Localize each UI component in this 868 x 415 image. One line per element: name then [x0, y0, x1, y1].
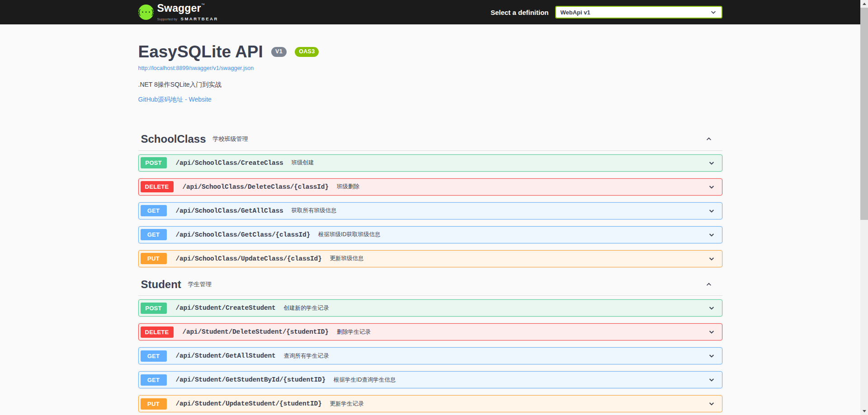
endpoint-summary: 删除学生记录: [337, 328, 371, 336]
endpoint-path: /api/Student/UpdateStudent/{studentID}: [176, 400, 322, 407]
swagger-logo[interactable]: {···} Swagger™ Supported by SMARTBEAR: [138, 3, 218, 22]
scrollbar-down-button[interactable]: [860, 407, 868, 415]
endpoint-path: /api/Student/CreateStudent: [176, 304, 276, 312]
endpoint-summary: 创建新的学生记录: [284, 304, 329, 312]
logo-title: Swagger: [157, 2, 201, 14]
http-method-badge: POST: [141, 303, 167, 314]
smartbear-brand: SMARTBEAR: [181, 16, 218, 21]
tag-name: Student: [141, 278, 181, 291]
swagger-logo-icon: {···}: [138, 5, 154, 20]
endpoint-path: /api/SchoolClass/CreateClass: [176, 159, 283, 167]
chevron-up-icon: [705, 281, 712, 288]
endpoint-summary: 查询所有学生记录: [284, 352, 329, 360]
external-links: GitHub源码地址 - Website: [138, 96, 722, 104]
links-separator: -: [183, 96, 189, 103]
website-link[interactable]: Website: [189, 96, 212, 103]
chevron-down-icon: [708, 255, 715, 262]
api-description: .NET 8操作SQLite入门到实战: [138, 81, 722, 89]
endpoint-summary: 更新班级信息: [330, 255, 364, 262]
http-method-badge: PUT: [141, 253, 167, 264]
chevron-down-icon: [708, 400, 715, 407]
endpoint-summary: 获取所有班级信息: [292, 207, 337, 214]
http-method-badge: GET: [141, 374, 167, 386]
endpoint-summary: 班级删除: [337, 183, 359, 191]
endpoint-summary: 更新学生记录: [330, 400, 364, 408]
tag-header[interactable]: SchoolClass 学校班级管理: [138, 133, 722, 151]
api-tag-section: Student 学生管理 POST /api/Student/CreateStu…: [138, 278, 722, 413]
chevron-down-icon: [708, 159, 715, 167]
main-content: EasySQLite API V1 OAS3 http://localhost:…: [138, 24, 722, 412]
trademark-symbol: ™: [201, 3, 205, 7]
tag-description: 学校班级管理: [213, 135, 248, 143]
selected-definition-value: WebApi v1: [561, 9, 590, 16]
endpoint-row[interactable]: GET /api/SchoolClass/GetClass/{classId} …: [138, 226, 722, 243]
http-method-badge: GET: [141, 229, 167, 240]
endpoint-row[interactable]: POST /api/Student/CreateStudent 创建新的学生记录: [138, 299, 722, 317]
chevron-down-icon: [708, 352, 715, 359]
supported-by-label: Supported by: [157, 17, 178, 21]
endpoint-list: POST /api/SchoolClass/CreateClass 班级创建 D…: [138, 151, 722, 267]
http-method-badge: DELETE: [141, 181, 174, 192]
chevron-down-icon: [708, 328, 715, 336]
endpoint-row[interactable]: GET /api/Student/GetAllStudent 查询所有学生记录: [138, 347, 722, 364]
endpoint-row[interactable]: PUT /api/Student/UpdateStudent/{studentI…: [138, 395, 722, 412]
chevron-down-icon: [708, 207, 715, 214]
definition-select[interactable]: WebApi v1: [555, 6, 722, 19]
scroll-down-icon: [863, 410, 866, 412]
http-method-badge: GET: [141, 205, 167, 216]
endpoint-row[interactable]: DELETE /api/Student/DeleteStudent/{stude…: [138, 323, 722, 340]
api-title-text: EasySQLite API: [138, 42, 263, 61]
chevron-down-icon: [710, 9, 717, 16]
endpoint-path: /api/Student/DeleteStudent/{studentID}: [183, 328, 329, 336]
endpoint-summary: 根据学生ID查询学生信息: [334, 376, 396, 384]
chevron-down-icon: [708, 376, 715, 383]
endpoint-path: /api/Student/GetStudentById/{studentID}: [176, 376, 326, 383]
endpoint-summary: 根据班级ID获取班级信息: [318, 231, 381, 238]
topbar: {···} Swagger™ Supported by SMARTBEAR Se…: [0, 0, 860, 24]
github-link[interactable]: GitHub源码地址: [138, 96, 184, 103]
endpoint-path: /api/Student/GetAllStudent: [176, 352, 276, 359]
oas3-badge: OAS3: [295, 47, 319, 57]
endpoint-path: /api/SchoolClass/UpdateClass/{classId}: [176, 255, 322, 262]
chevron-down-icon: [708, 304, 715, 312]
chevron-up-icon: [705, 135, 712, 143]
api-sections: SchoolClass 学校班级管理 POST /api/SchoolClass…: [138, 133, 722, 413]
endpoint-path: /api/SchoolClass/GetClass/{classId}: [176, 231, 311, 238]
endpoint-path: /api/SchoolClass/GetAllClass: [176, 207, 283, 214]
swagger-wordmark: Swagger™ Supported by SMARTBEAR: [157, 3, 218, 22]
select-definition-label: Select a definition: [491, 9, 548, 16]
version-badge: V1: [271, 47, 287, 57]
http-method-badge: PUT: [141, 398, 167, 410]
chevron-down-icon: [708, 231, 715, 238]
endpoint-row[interactable]: DELETE /api/SchoolClass/DeleteClass/{cla…: [138, 178, 722, 196]
tag-description: 学生管理: [188, 280, 212, 289]
http-method-badge: GET: [141, 350, 167, 362]
page-title: EasySQLite API V1 OAS3: [138, 43, 722, 61]
scroll-up-icon: [863, 3, 866, 5]
endpoint-row[interactable]: GET /api/SchoolClass/GetAllClass 获取所有班级信…: [138, 202, 722, 219]
spec-url-link[interactable]: http://localhost:8899/swagger/v1/swagger…: [138, 65, 254, 71]
api-tag-section: SchoolClass 学校班级管理 POST /api/SchoolClass…: [138, 133, 722, 267]
api-info-block: EasySQLite API V1 OAS3 http://localhost:…: [138, 24, 722, 104]
tag-header[interactable]: Student 学生管理: [138, 278, 722, 296]
endpoint-path: /api/SchoolClass/DeleteClass/{classId}: [183, 183, 329, 191]
endpoint-row[interactable]: GET /api/Student/GetStudentById/{student…: [138, 371, 722, 388]
endpoint-row[interactable]: PUT /api/SchoolClass/UpdateClass/{classI…: [138, 250, 722, 267]
endpoint-summary: 班级创建: [292, 159, 314, 167]
endpoint-list: POST /api/Student/CreateStudent 创建新的学生记录…: [138, 296, 722, 412]
scrollbar-up-button[interactable]: [860, 0, 868, 8]
chevron-down-icon: [708, 183, 715, 191]
tag-name: SchoolClass: [141, 133, 206, 146]
scrollbar-thumb[interactable]: [860, 8, 868, 220]
definition-selector-form: Select a definition WebApi v1: [491, 6, 722, 19]
http-method-badge: POST: [141, 157, 167, 168]
endpoint-row[interactable]: POST /api/SchoolClass/CreateClass 班级创建: [138, 154, 722, 172]
scrollbar[interactable]: [860, 0, 868, 415]
http-method-badge: DELETE: [141, 326, 174, 338]
